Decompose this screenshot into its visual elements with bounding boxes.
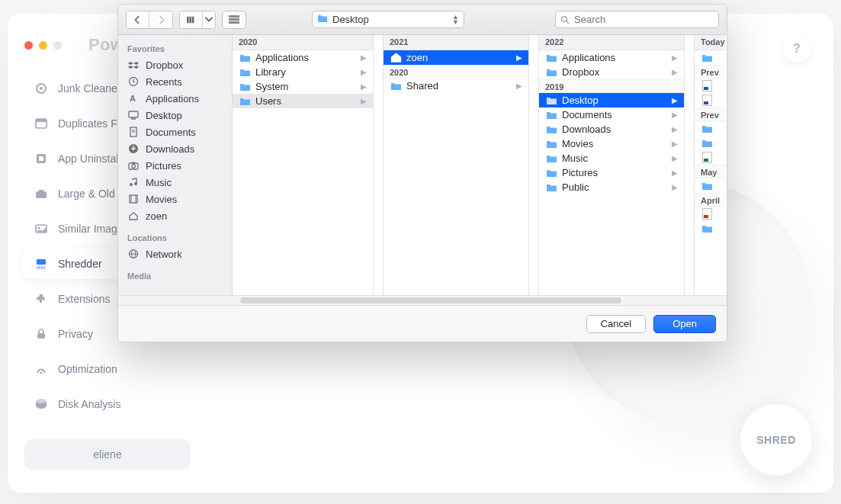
browser-column: 2021 zoen ▶2020 Shared ▶ [384,35,529,295]
media-header: Media [118,268,232,284]
path-popup-button[interactable]: Desktop ▲▼ [312,11,464,28]
folder-icon [239,52,251,64]
svg-rect-20 [187,16,189,23]
help-button[interactable]: ? [783,35,811,63]
browser-row[interactable]: zoen ▶ [384,50,528,65]
xlsdoc-icon [701,152,713,164]
finder-sidebar-network[interactable]: Network [118,246,232,262]
browser-row[interactable]: Downloads ▶ [539,122,684,136]
horizontal-scrollbar[interactable] [118,295,727,305]
svg-rect-38 [132,162,135,164]
finder-sidebar-label: Recents [146,76,182,88]
browser-row-label: Public [562,181,589,193]
cancel-button[interactable]: Cancel [586,315,646,333]
view-dropdown-button[interactable] [203,11,215,28]
shred-button[interactable]: SHRED [740,404,812,476]
close-window-icon[interactable] [24,41,33,50]
sidebar-icon [34,81,49,96]
browser-row[interactable] [695,221,725,236]
browser-row[interactable]: Desktop ▶ [539,93,684,108]
browser-row-label: Pictures [562,167,598,178]
svg-point-37 [132,165,136,169]
finder-sidebar-zoen[interactable]: zoen [118,207,232,224]
folder-icon [701,223,713,235]
browser-row-label: Library [255,66,286,78]
folder-icon [239,81,251,93]
browser-row[interactable] [695,150,725,165]
search-input[interactable] [574,14,714,25]
clock-icon [127,75,140,88]
svg-rect-10 [37,259,46,265]
finder-sidebar-movies[interactable]: Movies [118,191,232,207]
dropbox-icon [127,59,140,71]
group-by-button[interactable] [222,11,246,29]
favorites-header: Favorites [118,41,232,56]
finder-sidebar-pictures[interactable]: Pictures [118,157,232,174]
browser-row-label: zoen [406,52,428,63]
browser-row[interactable]: Movies ▶ [539,136,684,151]
locations-header: Locations [118,230,232,246]
browser-row[interactable] [695,178,725,193]
finder-sidebar-music[interactable]: Music [118,174,232,191]
search-field[interactable] [555,11,719,28]
column-group-header: Prev [695,65,725,79]
minimize-window-icon[interactable] [39,41,47,50]
folder-icon [701,52,713,64]
finder-sidebar-downloads[interactable]: Downloads [118,140,232,157]
browser-row[interactable]: Music ▶ [539,151,684,165]
folder-icon [545,124,557,136]
finder-sidebar-applications[interactable]: AApplications [118,90,232,107]
nav-back-button[interactable] [127,11,149,28]
camera-icon [127,159,140,172]
browser-row[interactable]: Shared ▶ [384,79,528,93]
browser-row[interactable]: Public ▶ [539,180,684,194]
folder-icon [317,14,328,25]
browser-row[interactable]: Library ▶ [233,65,373,79]
finder-sidebar-label: zoen [146,210,167,222]
chevron-right-icon: ▶ [672,53,678,62]
sidebar-icon [34,116,49,131]
browser-row[interactable] [695,93,725,108]
browser-row[interactable]: System ▶ [233,79,373,94]
finder-sidebar-desktop[interactable]: Desktop [118,107,232,124]
sidebar-item-label: Optimization [58,363,117,375]
browser-row-label: Music [562,152,588,164]
browser-row[interactable]: Documents ▶ [539,108,684,122]
scrollbar-thumb[interactable] [240,297,621,303]
chevron-right-icon: ▶ [361,68,367,76]
finder-sidebar-dropbox[interactable]: Dropbox [118,56,232,73]
column-group-header: 2020 [384,65,528,79]
nav-forward-button[interactable] [149,11,172,28]
folder-icon [545,95,557,107]
folder-icon [390,80,402,92]
sidebar-item-optimization[interactable]: Optimization [23,354,185,384]
sidebar-icon [34,256,49,271]
open-button[interactable]: Open [653,315,716,333]
apps-icon: A [127,92,140,104]
finder-sidebar-documents[interactable]: Documents [118,124,232,140]
browser-row[interactable] [695,136,725,150]
browser-row[interactable]: Users ▶ [233,94,373,108]
svg-rect-23 [229,15,239,18]
browser-row[interactable] [695,50,725,65]
finder-sidebar-label: Dropbox [146,59,183,71]
folder-icon [239,66,251,79]
browser-row-label: Desktop [562,95,599,106]
browser-row-label: Applications [562,52,615,63]
browser-row[interactable] [695,121,725,136]
browser-row-label: Applications [255,52,309,63]
browser-row[interactable]: Applications ▶ [539,50,684,65]
browser-row[interactable]: Applications ▶ [233,50,373,65]
finder-sidebar-recents[interactable]: Recents [118,73,232,90]
browser-row[interactable] [695,79,725,93]
column-view-button[interactable] [180,11,203,28]
sidebar-icon [34,396,49,412]
sidebar-item-disk-analysis[interactable]: Disk Analysis [23,389,185,419]
browser-row[interactable]: Pictures ▶ [539,165,684,180]
browser-column: 2020 Applications ▶ Library ▶ System ▶ U… [233,35,374,295]
account-user-pill[interactable]: eliene [24,439,191,470]
browser-row[interactable]: Dropbox ▶ [539,65,684,79]
folder-icon [545,181,557,194]
zoom-window-icon[interactable] [53,41,62,50]
browser-row[interactable] [695,207,725,221]
